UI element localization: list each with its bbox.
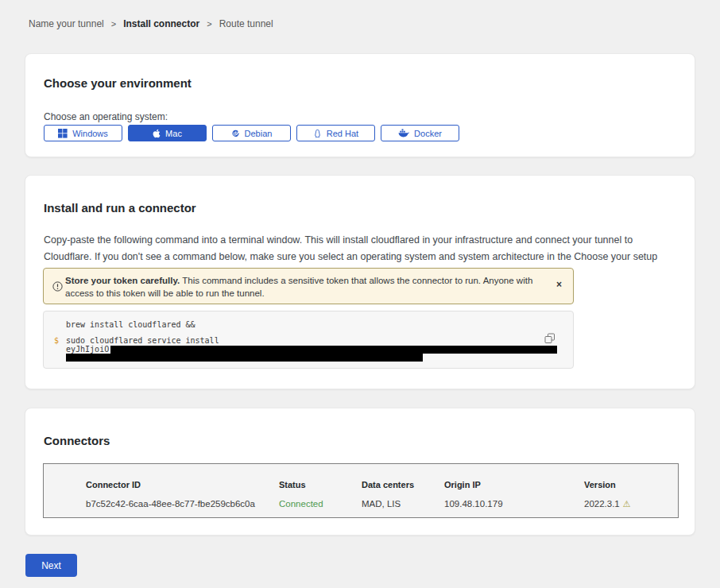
os-button-group: Windows Mac Debian Red Hat Docker — [44, 125, 465, 141]
install-command-codeblock: $ brew install cloudflared && sudo cloud… — [43, 311, 574, 369]
os-button-windows[interactable]: Windows — [44, 125, 122, 141]
breadcrumb: Name your tunnel > Install connector > R… — [29, 18, 273, 29]
info-circle-icon — [52, 280, 63, 295]
column-header-status: Status — [279, 480, 306, 489]
column-header-connector-id: Connector ID — [86, 480, 141, 489]
shell-prompt: $ — [54, 336, 59, 345]
os-button-docker[interactable]: Docker — [381, 125, 459, 141]
os-button-debian[interactable]: Debian — [212, 125, 291, 141]
apple-logo-icon — [153, 129, 161, 138]
install-card-title: Install and run a connector — [44, 201, 196, 215]
redacted-token-bar — [110, 346, 557, 354]
column-header-data-centers: Data centers — [362, 480, 414, 489]
column-header-version: Version — [584, 480, 616, 489]
redhat-logo-icon — [313, 129, 322, 138]
docker-logo-icon — [398, 129, 409, 137]
install-connector-card: Install and run a connector Copy-paste t… — [25, 175, 695, 389]
os-button-label: Debian — [245, 129, 273, 138]
version-value: 2022.3.1 — [584, 499, 620, 509]
token-warning-title: Store your token carefully. — [65, 276, 180, 285]
environment-card: Choose your environment Choose an operat… — [25, 53, 695, 157]
os-button-label: Windows — [72, 129, 108, 138]
breadcrumb-step-install-connector[interactable]: Install connector — [123, 18, 199, 29]
token-prefix: eyJhIjoiO — [66, 345, 109, 354]
redacted-token-bar — [66, 354, 423, 362]
cell-version: 2022.3.1 ⚠ — [584, 499, 631, 509]
os-button-label: Red Hat — [327, 129, 358, 138]
cell-origin-ip: 109.48.10.179 — [444, 499, 503, 509]
windows-logo-icon — [58, 129, 68, 138]
debian-logo-icon — [231, 129, 240, 137]
os-button-label: Docker — [414, 129, 442, 138]
breadcrumb-step-name-tunnel[interactable]: Name your tunnel — [29, 18, 104, 29]
cell-connector-id: b7c52c42-6caa-48ee-8c77-fbe259cb6c0a — [86, 499, 255, 509]
os-button-mac[interactable]: Mac — [128, 125, 207, 141]
status-badge: Connected — [279, 499, 323, 509]
breadcrumb-step-route-tunnel[interactable]: Route tunnel — [219, 18, 273, 29]
version-warning-icon: ⚠ — [623, 500, 631, 509]
token-warning-banner: Store your token carefully. This command… — [43, 268, 574, 304]
close-icon[interactable]: × — [556, 280, 562, 289]
command-line-2: sudo cloudflared service install — [66, 336, 219, 345]
connectors-card: Connectors Connector ID Status Data cent… — [25, 408, 695, 536]
next-button[interactable]: Next — [25, 554, 77, 577]
command-line-1: brew install cloudflared && — [66, 320, 195, 329]
connectors-table: Connector ID Status Data centers Origin … — [43, 463, 679, 518]
token-line: eyJhIjoiO — [66, 345, 557, 354]
connectors-card-title: Connectors — [44, 434, 110, 447]
environment-card-title: Choose your environment — [44, 76, 192, 90]
breadcrumb-separator: > — [111, 19, 116, 29]
column-header-origin-ip: Origin IP — [444, 480, 481, 489]
copy-icon[interactable] — [544, 333, 555, 344]
token-warning-text: Store your token carefully. This command… — [65, 274, 538, 300]
os-button-label: Mac — [165, 129, 182, 138]
cell-data-centers: MAD, LIS — [362, 499, 401, 509]
os-button-redhat[interactable]: Red Hat — [296, 125, 375, 141]
os-select-label: Choose an operating system: — [44, 111, 168, 122]
breadcrumb-separator: > — [207, 19, 211, 29]
